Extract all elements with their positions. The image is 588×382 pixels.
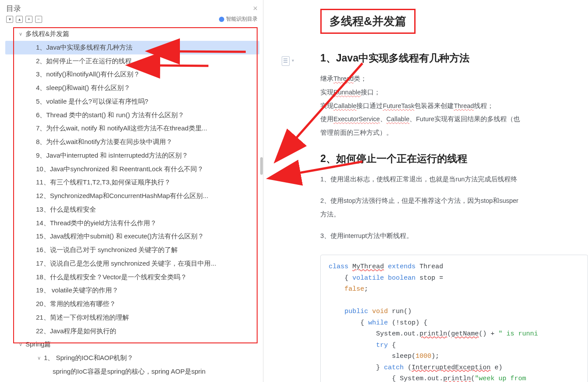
outline-item[interactable]: 18、什么是线程安全？Vector是一个线程安全类吗？ — [5, 270, 259, 284]
outline-item[interactable]: 20、常用的线程池有哪些？ — [5, 297, 259, 311]
paragraph: 实现Runnable接口； — [320, 86, 588, 98]
chevron-down-icon: ∨ — [18, 29, 24, 39]
outline-subitem[interactable]: spring的IoC容器是spring的核心，spring AOP是sprin — [5, 365, 259, 378]
outline-section[interactable]: ∨Spring篇 — [5, 338, 259, 351]
chevron-down-icon: ∨ — [36, 353, 42, 363]
outline-item[interactable]: 9、Java中interrupted 和 isInterruptedd方法的区别… — [5, 149, 259, 162]
outline-item-label: 10、Java中synchronized 和 ReentrantLock 有什么… — [36, 162, 204, 176]
outline-item[interactable]: 4、sleep()和wait() 有什么区别？ — [5, 81, 259, 95]
outline-item-label: 22、Java程序是如何执行的 — [36, 324, 116, 338]
outline-item[interactable]: 6、Thread 类中的start() 和 run() 方法有什么区别？ — [5, 108, 259, 122]
outline-item[interactable]: 19、 volatile关键字的作用？ — [5, 284, 259, 297]
outline-tree: ∨多线程&并发篇 1、Java中实现多线程有几种方法2、如何停止一个正在运行的线… — [5, 27, 259, 378]
outline-item[interactable]: 5、volatile 是什么?可以保证有序性吗? — [5, 95, 259, 108]
add-node-icon[interactable]: + — [25, 16, 32, 23]
outline-item-label: 1、 Spring的IOC和AOP机制？ — [44, 351, 133, 365]
gutter: ▾ — [263, 0, 307, 382]
paragraph: 实现Callable接口通过FutureTask包装器来创建Thread线程； — [320, 100, 588, 112]
expand-all-icon[interactable]: ▴ — [16, 16, 23, 23]
outline-section-label: 多线程&并发篇 — [25, 27, 69, 41]
outline-item-label: 17、说说自己是怎么使用 synchronized 关键字，在项目中用... — [36, 257, 216, 270]
close-icon[interactable]: × — [253, 4, 258, 13]
outline-item-label: 1、Java中实现多线程有几种方法 — [36, 41, 133, 54]
page-icon[interactable] — [282, 56, 290, 66]
outline-item-label: 3、notify()和notifyAll()有什么区别？ — [36, 68, 140, 81]
paragraph: 2、使用stop方法强行终止，但是不推荐这个方法，因为stop和susper — [320, 195, 588, 207]
paragraph: 3、使用interrupt方法中断线程。 — [320, 230, 588, 242]
outline-section[interactable]: ∨多线程&并发篇 — [5, 27, 259, 41]
outline-item-label: 14、Thread类中的yield方法有什么作用？ — [36, 216, 157, 230]
outline-item-label: 15、Java线程池中submit() 和 execute()方法有什么区别？ — [36, 230, 204, 243]
code-block: class MyThread extends Thread { volatile… — [320, 255, 588, 382]
outline-item-label: 13、什么是线程安全 — [36, 203, 96, 216]
outline-item[interactable]: 3、notify()和notifyAll()有什么区别？ — [5, 68, 259, 81]
outline-panel: 目录 × ▾ ▴ + − 智能识别目录 ∨多线程&并发篇 1、Java中实现多线… — [0, 0, 263, 382]
outline-item-label: 11、有三个线程T1,T2,T3,如何保证顺序执行？ — [36, 176, 171, 189]
outline-item[interactable]: 2、如何停止一个正在运行的线程 — [5, 54, 259, 68]
annotation-box-title: 多线程&并发篇 — [320, 9, 416, 34]
chevron-down-icon[interactable]: ▾ — [292, 58, 294, 63]
outline-item-label: 18、什么是线程安全？Vector是一个线程安全类吗？ — [36, 270, 187, 284]
outline-item-label: 8、为什么wait和notify方法要在同步块中调用？ — [36, 135, 172, 149]
doc-title: 多线程&并发篇 — [330, 14, 406, 29]
outline-item[interactable]: 1、Java中实现多线程有几种方法 — [5, 41, 259, 54]
paragraph: 继承Thread类； — [320, 73, 588, 85]
outline-title: 目录 — [6, 4, 21, 14]
outline-item-label: 16、说一说自己对于 synchronized 关键字的了解 — [36, 243, 178, 257]
outline-item-label: 5、volatile 是什么?可以保证有序性吗? — [36, 95, 148, 108]
outline-item-label: 4、sleep()和wait() 有什么区别？ — [36, 81, 130, 95]
outline-item-label: 20、常用的线程池有哪些？ — [36, 297, 116, 311]
smart-dot-icon — [219, 17, 224, 22]
outline-item[interactable]: 12、SynchronizedMap和ConcurrentHashMap有什么区… — [5, 189, 259, 203]
outline-item-label: 7、为什么wait, notify 和 notifyAll这些方法不在threa… — [36, 122, 207, 135]
outline-item[interactable]: 15、Java线程池中submit() 和 execute()方法有什么区别？ — [5, 230, 259, 243]
paragraph: 1、使用退出标志，使线程正常退出，也就是当run方法完成后线程终 — [320, 173, 588, 185]
document-content: 多线程&并发篇 1、Java中实现多线程有几种方法 继承Thread类；实现Ru… — [307, 0, 588, 382]
outline-item-label: 21、简述一下你对线程池的理解 — [36, 311, 129, 324]
outline-item[interactable]: 21、简述一下你对线程池的理解 — [5, 311, 259, 324]
outline-item[interactable]: 13、什么是线程安全 — [5, 203, 259, 216]
outline-section-label: Spring篇 — [25, 338, 51, 351]
outline-item[interactable]: 11、有三个线程T1,T2,T3,如何保证顺序执行？ — [5, 176, 259, 189]
section-heading-1: 1、Java中实现多线程有几种方法 — [320, 51, 588, 65]
outline-item-label: 12、SynchronizedMap和ConcurrentHashMap有什么区… — [36, 189, 208, 203]
outline-item[interactable]: 10、Java中synchronized 和 ReentrantLock 有什么… — [5, 162, 259, 176]
outline-item[interactable]: 8、为什么wait和notify方法要在同步块中调用？ — [5, 135, 259, 149]
outline-item[interactable]: ∨1、 Spring的IOC和AOP机制？ — [5, 351, 259, 365]
outline-item[interactable]: 7、为什么wait, notify 和 notifyAll这些方法不在threa… — [5, 122, 259, 135]
collapse-all-icon[interactable]: ▾ — [6, 16, 13, 23]
smart-outline-label: 智能识别目录 — [226, 15, 258, 23]
outline-item-label: 2、如何停止一个正在运行的线程 — [36, 54, 132, 68]
paragraph: 方法。 — [320, 209, 588, 220]
outline-item-label: spring的IoC容器是spring的核心，spring AOP是sprin — [53, 365, 205, 378]
smart-outline-button[interactable]: 智能识别目录 — [219, 15, 258, 23]
section-heading-2: 2、如何停止一个正在运行的线程 — [320, 152, 588, 166]
scrollbar-thumb[interactable] — [260, 157, 263, 175]
remove-node-icon[interactable]: − — [35, 16, 42, 23]
outline-item[interactable]: 16、说一说自己对于 synchronized 关键字的了解 — [5, 243, 259, 257]
outline-item[interactable]: 22、Java程序是如何执行的 — [5, 324, 259, 338]
chevron-down-icon: ∨ — [18, 339, 24, 350]
paragraph: 使用ExecutorService、Callable、Future实现有返回结果… — [320, 113, 588, 125]
outline-item-label: 6、Thread 类中的start() 和 run() 方法有什么区别？ — [36, 108, 184, 122]
outline-item-label: 9、Java中interrupted 和 isInterruptedd方法的区别… — [36, 149, 188, 162]
outline-item-label: 19、 volatile关键字的作用？ — [36, 284, 118, 297]
paragraph: 管理前面的三种方式）。 — [320, 127, 588, 139]
outline-item[interactable]: 14、Thread类中的yield方法有什么作用？ — [5, 216, 259, 230]
outline-item[interactable]: 17、说说自己是怎么使用 synchronized 关键字，在项目中用... — [5, 257, 259, 270]
